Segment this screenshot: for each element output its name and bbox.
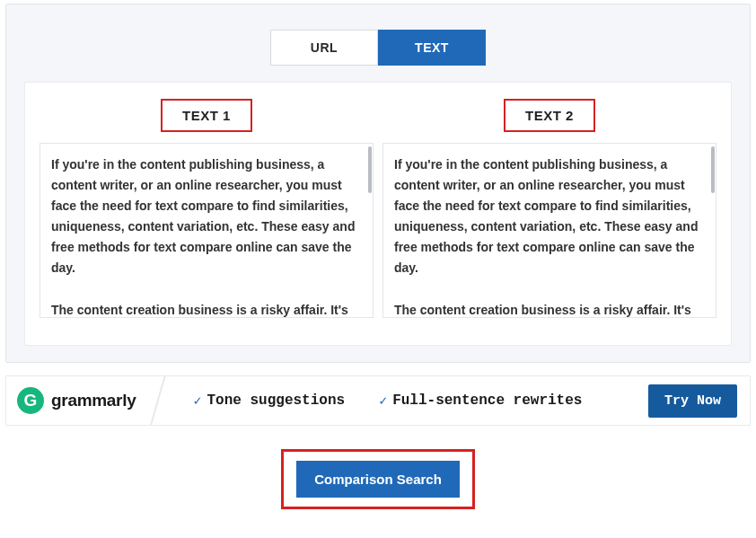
column-right-label: TEXT 2 (504, 99, 595, 132)
check-icon: ✓ (193, 392, 201, 410)
compare-wrap: Comparison Search (0, 449, 756, 509)
compare-highlight: Comparison Search (281, 449, 475, 509)
grammarly-logo: G grammarly (17, 387, 136, 414)
column-left-label: TEXT 1 (161, 99, 252, 132)
column-left: TEXT 1 (40, 99, 374, 322)
ad-banner: G grammarly ✓ Tone suggestions ✓ Full-se… (5, 375, 751, 426)
feature-rewrites: ✓ Full-sentence rewrites (379, 392, 582, 410)
text2-wrap (382, 143, 716, 322)
feature-tone: ✓ Tone suggestions (193, 392, 345, 410)
tab-row: URL TEXT (24, 30, 732, 66)
feature-tone-label: Tone suggestions (207, 392, 346, 409)
column-right: TEXT 2 (382, 99, 716, 322)
divider-diagonal (146, 375, 168, 426)
comparison-search-button[interactable]: Comparison Search (296, 461, 460, 498)
text1-input[interactable] (40, 143, 374, 318)
main-panel: URL TEXT TEXT 1 TEXT 2 (5, 4, 751, 363)
text1-wrap (40, 143, 374, 322)
grammarly-logo-icon: G (17, 387, 44, 414)
feature-rewrites-label: Full-sentence rewrites (392, 392, 582, 409)
text2-scrollbar[interactable] (711, 146, 715, 193)
columns: TEXT 1 TEXT 2 (40, 99, 716, 322)
text1-scrollbar[interactable] (368, 146, 372, 193)
text2-input[interactable] (382, 143, 716, 318)
try-now-button[interactable]: Try Now (648, 384, 737, 418)
content-card: TEXT 1 TEXT 2 (24, 82, 732, 346)
tab-url[interactable]: URL (270, 30, 378, 66)
grammarly-brand-text: grammarly (51, 391, 136, 410)
check-icon: ✓ (379, 392, 387, 410)
tab-text[interactable]: TEXT (378, 30, 486, 66)
